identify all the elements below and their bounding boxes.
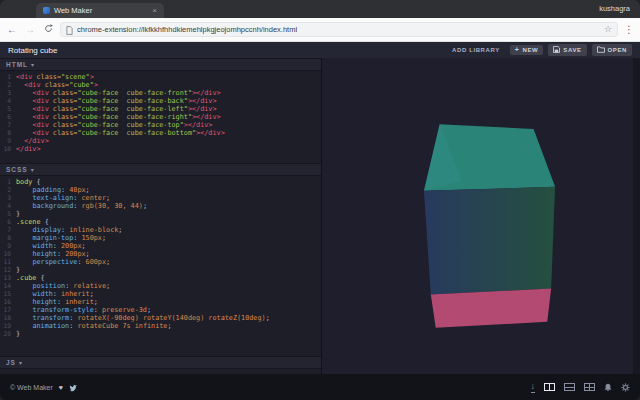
code-line[interactable]: 17 transform-style: preserve-3d; <box>0 306 321 314</box>
code-line[interactable]: 7 <div class="cube-face cube-face-top"><… <box>0 121 321 129</box>
tab-title: Web Maker <box>54 6 92 15</box>
code-line[interactable]: 11 perspective: 600px; <box>0 258 321 266</box>
browser-tab[interactable]: Web Maker × <box>36 3 164 18</box>
refresh-icon[interactable] <box>42 24 54 35</box>
code-text: background: rgb(30, 30, 44); <box>16 202 147 210</box>
notifications-bell-icon[interactable] <box>604 378 612 396</box>
line-number: 2 <box>0 81 16 89</box>
code-line[interactable]: 9 width: 200px; <box>0 242 321 250</box>
code-line[interactable]: 5 <div class="cube-face cube-face-left">… <box>0 105 321 113</box>
webmaker-toolbar: Rotating cube ADD LIBRARY + NEW SAVE OPE… <box>0 42 640 58</box>
code-text: } <box>16 266 20 274</box>
line-number: 10 <box>0 250 16 258</box>
preview-cube <box>422 120 559 332</box>
code-text: body { <box>16 178 41 186</box>
code-line[interactable]: 16 height: inherit; <box>0 298 321 306</box>
code-text: <div class="cube-face cube-face-right"><… <box>16 113 221 121</box>
creation-title[interactable]: Rotating cube <box>8 46 57 55</box>
code-line[interactable]: 10 height: 200px; <box>0 250 321 258</box>
code-text: </div> <box>16 137 49 145</box>
preview-scrollbar[interactable] <box>633 58 640 374</box>
cube-top-face <box>424 124 555 191</box>
code-text: <div class="cube-face cube-face-back"></… <box>16 97 217 105</box>
code-text: <div class="cube-face cube-face-left"></… <box>16 105 217 113</box>
line-number: 19 <box>0 322 16 330</box>
js-panel-header[interactable]: JS ▾ <box>0 356 321 369</box>
code-line[interactable]: 12} <box>0 266 321 274</box>
code-text: padding: 40px; <box>16 186 90 194</box>
heart-icon: ♥ <box>59 384 63 391</box>
tab-close-icon[interactable]: × <box>152 7 157 15</box>
new-button[interactable]: + NEW <box>510 45 544 55</box>
browser-window: Web Maker × kushagra ← → chrome-extensio… <box>0 0 640 400</box>
twitter-icon[interactable] <box>69 378 78 396</box>
line-number: 17 <box>0 306 16 314</box>
code-text: } <box>16 330 20 338</box>
code-line[interactable]: 10</div> <box>0 145 321 153</box>
code-line[interactable]: 8 <div class="cube-face cube-face-bottom… <box>0 129 321 137</box>
code-line[interactable]: 1<div class="scene"> <box>0 73 321 81</box>
code-text: .scene { <box>16 218 49 226</box>
code-line[interactable]: 2 <div class="cube"> <box>0 81 321 89</box>
download-icon[interactable]: ↓ <box>531 382 536 393</box>
line-number: 14 <box>0 282 16 290</box>
layout-rows-icon[interactable] <box>564 383 575 391</box>
html-code-editor[interactable]: 1<div class="scene">2 <div class="cube">… <box>0 71 321 163</box>
code-text: <div class="cube-face cube-face-bottom">… <box>16 129 225 137</box>
line-number: 4 <box>0 97 16 105</box>
save-button[interactable]: SAVE <box>548 44 586 56</box>
code-line[interactable]: 2 padding: 40px; <box>0 186 321 194</box>
chevron-down-icon: ▾ <box>31 166 34 173</box>
code-text: <div class="cube-face cube-face-top"></d… <box>16 121 212 129</box>
forward-icon[interactable]: → <box>24 25 36 35</box>
layout-columns-icon[interactable] <box>544 383 555 391</box>
layout-grid-icon[interactable] <box>584 383 595 391</box>
line-number: 16 <box>0 298 16 306</box>
code-line[interactable]: 3 <div class="cube-face cube-face-front"… <box>0 89 321 97</box>
line-number: 12 <box>0 266 16 274</box>
code-line[interactable]: 7 display: inline-block; <box>0 226 321 234</box>
scss-code-editor[interactable]: 1body {2 padding: 40px;3 text-align: cen… <box>0 176 321 356</box>
browser-navbar: ← → chrome-extension://lkfkkhfhhdkiemehl… <box>0 18 640 42</box>
code-line[interactable]: 1body { <box>0 178 321 186</box>
code-line[interactable]: 5} <box>0 210 321 218</box>
code-text: <div class="scene"> <box>16 73 94 81</box>
html-panel-header[interactable]: HTML ▾ <box>0 58 321 71</box>
url-text: chrome-extension://lkfkkhfhhdkiemehlpkgj… <box>77 25 600 34</box>
code-line[interactable]: 19 animation: rotateCube 7s infinite; <box>0 322 321 330</box>
code-text: </div> <box>16 145 41 153</box>
code-line[interactable]: 20} <box>0 330 321 338</box>
chrome-profile-button[interactable]: kushagra <box>599 4 630 13</box>
code-line[interactable]: 13.cube { <box>0 274 321 282</box>
save-floppy-icon <box>553 46 560 54</box>
code-line[interactable]: 3 text-align: center; <box>0 194 321 202</box>
code-line[interactable]: 15 width: inherit; <box>0 290 321 298</box>
open-button[interactable]: OPEN <box>592 44 632 56</box>
line-number: 6 <box>0 218 16 226</box>
line-number: 5 <box>0 210 16 218</box>
chevron-down-icon: ▾ <box>19 359 22 366</box>
back-icon[interactable]: ← <box>6 25 18 35</box>
line-number: 3 <box>0 194 16 202</box>
code-line[interactable]: 4 background: rgb(30, 30, 44); <box>0 202 321 210</box>
webmaker-favicon <box>43 7 50 14</box>
settings-gear-icon[interactable] <box>621 378 630 396</box>
code-line[interactable]: 6 <div class="cube-face cube-face-right"… <box>0 113 321 121</box>
address-bar[interactable]: chrome-extension://lkfkkhfhhdkiemehlpkgj… <box>60 22 618 37</box>
add-library-button[interactable]: ADD LIBRARY <box>447 45 505 55</box>
code-line[interactable]: 14 position: relative; <box>0 282 321 290</box>
line-number: 18 <box>0 314 16 322</box>
browser-menu-icon[interactable]: ⋮ <box>624 25 634 35</box>
line-number: 7 <box>0 226 16 234</box>
code-line[interactable]: 8 margin-top: 150px; <box>0 234 321 242</box>
code-line[interactable]: 6.scene { <box>0 218 321 226</box>
line-number: 13 <box>0 274 16 282</box>
line-number: 15 <box>0 290 16 298</box>
code-line[interactable]: 9 </div> <box>0 137 321 145</box>
scss-panel-header[interactable]: SCSS ▾ <box>0 163 321 176</box>
line-number: 5 <box>0 105 16 113</box>
bookmark-star-icon[interactable]: ☆ <box>604 25 612 34</box>
code-text: height: inherit; <box>16 298 98 306</box>
code-line[interactable]: 18 transform: rotateX(-90deg) rotateY(14… <box>0 314 321 322</box>
code-line[interactable]: 4 <div class="cube-face cube-face-back">… <box>0 97 321 105</box>
